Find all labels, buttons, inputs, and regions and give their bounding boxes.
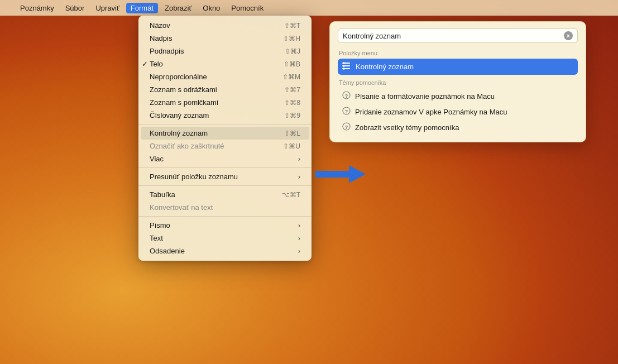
menu-item-label: Konvertovať na text — [150, 203, 213, 212]
separator-1 — [138, 124, 312, 124]
help-topic-label: Písanie a formátovanie poznámok na Macu — [355, 92, 495, 100]
format-dropdown-menu: Názov ⇧⌘T Nadpis ⇧⌘H Podnadpis ⇧⌘J ✓ Tel… — [138, 16, 312, 261]
menu-item-label: Podnadpis — [150, 47, 184, 55]
menu-item-label: Neproporcionálne — [150, 73, 207, 81]
arrow-icon: › — [298, 155, 300, 163]
menu-item-shortcut: ⇧⌘8 — [284, 99, 300, 107]
menu-item-kontrolny-zoznam[interactable]: Kontrolný zoznam ⇧⌘L — [141, 127, 309, 140]
menu-item-label: Viac — [150, 155, 164, 163]
menubar-item-pomocnik[interactable]: Pomocník — [227, 3, 268, 13]
menu-item-label: Odsadenie — [150, 247, 185, 255]
help-circle-icon: ? — [342, 91, 351, 101]
menu-item-label: Zoznam s odrážkami — [150, 85, 217, 94]
help-topic-1[interactable]: ? Písanie a formátovanie poznámok na Mac… — [338, 88, 578, 104]
help-topics-section: Témy pomocníka ? Písanie a formátovanie … — [338, 79, 578, 135]
menu-item-shortcut: ⇧⌘M — [282, 73, 300, 81]
help-close-button[interactable]: × — [564, 31, 573, 40]
svg-rect-3 — [343, 62, 344, 64]
menu-item-label: Nadpis — [150, 34, 172, 42]
blue-arrow-indicator — [315, 164, 366, 186]
menu-item-oznacit-zaskrtute: Označiť ako zaškrtnuté ⇧⌘U — [138, 140, 312, 152]
menubar: Poznámky Súbor Upraviť Formát Zobraziť O… — [0, 0, 618, 16]
svg-rect-5 — [343, 68, 344, 70]
arrow-icon: › — [298, 247, 300, 255]
checkmark-icon: ✓ — [142, 60, 148, 68]
menubar-item-poznamky[interactable]: Poznámky — [16, 3, 59, 13]
menu-item-presunut-polozku[interactable]: Presunúť položku zoznamu › — [138, 170, 312, 183]
checklist-icon — [342, 62, 351, 71]
help-section-menu-label: Položky menu — [338, 50, 578, 56]
menu-item-odsadenie[interactable]: Odsadenie › — [138, 245, 312, 257]
arrow-icon: › — [298, 234, 300, 242]
menu-item-label: Kontrolný zoznam — [150, 129, 208, 137]
menu-item-shortcut: ⇧⌘U — [283, 142, 300, 150]
menu-item-label: Zoznam s pomlčkami — [150, 98, 218, 107]
help-popup: Kontrolný zoznam × Položky menu Kontroln… — [329, 21, 586, 142]
menu-item-shortcut: ⇧⌘J — [285, 47, 300, 55]
help-circle-icon: ? — [342, 122, 351, 132]
menu-item-label: Telo — [150, 60, 163, 68]
menu-item-nazov[interactable]: Názov ⇧⌘T — [138, 19, 312, 32]
menu-item-shortcut: ⇧⌘L — [284, 130, 300, 137]
menu-item-neproporcionalne[interactable]: Neproporcionálne ⇧⌘M — [138, 70, 312, 83]
menu-item-shortcut: ⇧⌘B — [284, 60, 300, 68]
menu-item-shortcut: ⇧⌘9 — [284, 112, 300, 119]
menubar-item-format[interactable]: Formát — [126, 3, 158, 13]
menu-item-text[interactable]: Text › — [138, 232, 312, 245]
menu-item-cislovany-zoznam[interactable]: Číslovaný zoznam ⇧⌘9 — [138, 109, 312, 122]
menu-item-label: Číslovaný zoznam — [150, 111, 209, 119]
menu-item-label: Tabuľka — [150, 190, 175, 199]
separator-4 — [138, 216, 312, 217]
help-circle-icon: ? — [342, 107, 351, 117]
menu-item-zoznam-pomlckami[interactable]: Zoznam s pomlčkami ⇧⌘8 — [138, 96, 312, 109]
menu-item-zoznam-odrazkami[interactable]: Zoznam s odrážkami ⇧⌘7 — [138, 83, 312, 96]
help-topic-label: Zobrazit vsetky témy pomocníka — [355, 123, 459, 132]
svg-rect-4 — [343, 65, 344, 67]
menu-item-shortcut: ⇧⌘7 — [284, 86, 300, 94]
menu-item-telo[interactable]: ✓ Telo ⇧⌘B — [138, 58, 312, 70]
help-search-bar[interactable]: Kontrolný zoznam × — [338, 28, 578, 43]
menu-item-tabulka[interactable]: Tabuľka ⌥⌘T — [138, 188, 312, 201]
menu-item-shortcut: ⇧⌘T — [284, 22, 300, 30]
help-search-text: Kontrolný zoznam — [343, 32, 564, 40]
separator-3 — [138, 185, 312, 186]
menu-item-label: Text — [150, 234, 163, 242]
menu-item-podnadpis[interactable]: Podnadpis ⇧⌘J — [138, 45, 312, 58]
separator-2 — [138, 167, 312, 168]
menubar-item-subor[interactable]: Súbor — [61, 3, 89, 13]
svg-text:?: ? — [345, 93, 348, 99]
help-section-topics-label: Témy pomocníka — [338, 79, 578, 86]
help-topic-label: Pridanie zoznamov V apke Poznámky na Mac… — [355, 108, 507, 116]
menu-item-label: Písmo — [150, 221, 170, 229]
menu-item-shortcut: ⇧⌘H — [283, 35, 300, 42]
menubar-item-upravit[interactable]: Upraviť — [91, 3, 123, 13]
help-result-kontrolny-zoznam[interactable]: Kontrolný zoznam — [338, 59, 578, 75]
arrow-icon: › — [298, 222, 300, 229]
menu-item-label: Označiť ako zaškrtnuté — [150, 142, 224, 150]
help-result-label: Kontrolný zoznam — [356, 63, 414, 71]
menu-item-nadpis[interactable]: Nadpis ⇧⌘H — [138, 32, 312, 45]
menu-item-viac[interactable]: Viac › — [138, 152, 312, 165]
svg-text:?: ? — [345, 109, 348, 114]
arrow-icon: › — [298, 173, 300, 181]
menu-item-label: Presunúť položku zoznamu — [150, 173, 238, 181]
menubar-item-zobrazit[interactable]: Zobraziť — [160, 3, 196, 13]
menu-item-konvertovat-text: Konvertovať na text — [138, 201, 312, 214]
menu-item-label: Názov — [150, 21, 170, 30]
help-topic-2[interactable]: ? Pridanie zoznamov V apke Poznámky na M… — [338, 104, 578, 119]
help-topic-3[interactable]: ? Zobrazit vsetky témy pomocníka — [338, 119, 578, 135]
menu-item-pismo[interactable]: Písmo › — [138, 219, 312, 232]
svg-text:?: ? — [345, 124, 348, 130]
menu-item-shortcut: ⌥⌘T — [282, 191, 300, 199]
menubar-item-okno[interactable]: Okno — [198, 3, 224, 13]
